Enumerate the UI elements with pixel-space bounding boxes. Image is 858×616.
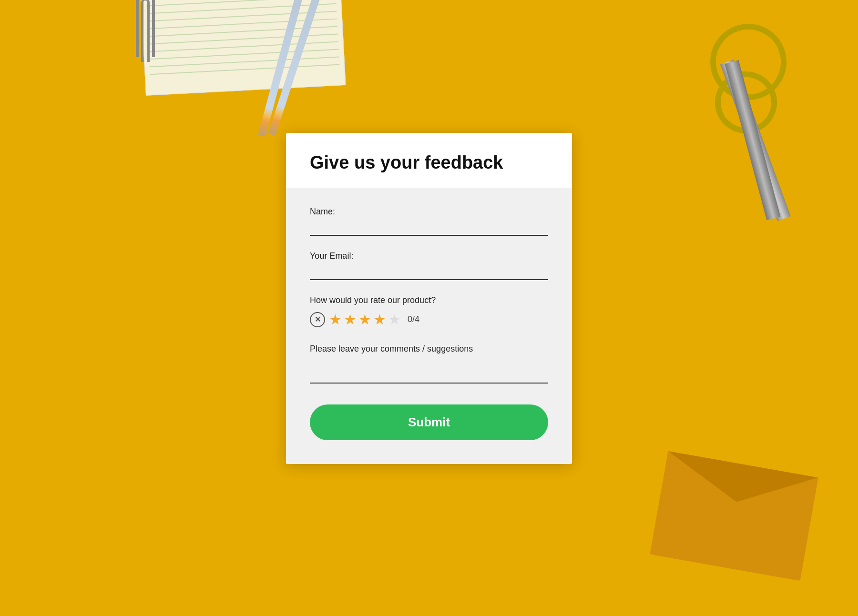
decorative-scissors <box>682 24 786 224</box>
comments-input[interactable] <box>310 359 548 384</box>
decorative-notepad <box>141 0 346 96</box>
form-header: Give us your feedback <box>286 133 572 188</box>
feedback-form-card: Give us your feedback Name: Your Email: … <box>286 133 572 465</box>
star-5[interactable]: ★ <box>388 311 401 328</box>
rating-question: How would you rate our product? <box>310 295 548 305</box>
name-input[interactable] <box>310 221 548 236</box>
rating-reset-button[interactable]: ✕ <box>310 312 325 327</box>
submit-button[interactable]: Submit <box>310 404 548 440</box>
name-label: Name: <box>310 207 548 217</box>
star-1[interactable]: ★ <box>329 311 342 328</box>
comments-field-group: Please leave your comments / suggestions <box>310 343 548 385</box>
email-input[interactable] <box>310 265 548 280</box>
star-2[interactable]: ★ <box>344 311 357 328</box>
rating-controls: ✕ ★ ★ ★ ★ ★ 0/4 <box>310 311 548 328</box>
rating-count: 0/4 <box>408 314 419 324</box>
stars-container: ★ ★ ★ ★ ★ <box>329 311 401 328</box>
name-field-group: Name: <box>310 207 548 236</box>
comments-label: Please leave your comments / suggestions <box>310 343 548 355</box>
star-4[interactable]: ★ <box>373 311 386 328</box>
decorative-clip <box>136 0 155 57</box>
email-label: Your Email: <box>310 251 548 261</box>
rating-section: How would you rate our product? ✕ ★ ★ ★ … <box>310 295 548 328</box>
star-3[interactable]: ★ <box>358 311 371 328</box>
form-title: Give us your feedback <box>310 152 548 174</box>
form-body: Name: Your Email: How would you rate our… <box>286 188 572 464</box>
email-field-group: Your Email: <box>310 251 548 280</box>
